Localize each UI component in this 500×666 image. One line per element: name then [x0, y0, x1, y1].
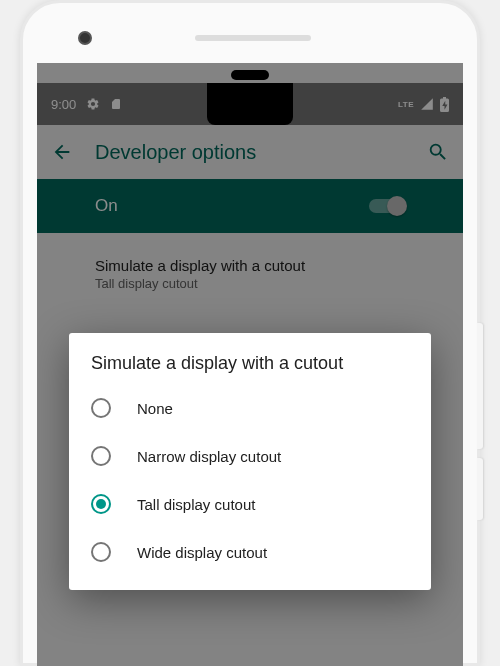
- battery-icon: [440, 97, 449, 112]
- signal-icon: [420, 97, 434, 111]
- power-button: [477, 458, 483, 520]
- radio-option-wide[interactable]: Wide display cutout: [69, 528, 431, 576]
- dialog-title: Simulate a display with a cutout: [69, 353, 431, 384]
- page-title: Developer options: [95, 141, 256, 164]
- app-bar: Developer options: [37, 125, 463, 179]
- pref-flash[interactable]: Flash hardware layers green when they up…: [37, 657, 463, 666]
- pref-cutout-summary: Tall display cutout: [95, 276, 445, 291]
- status-time: 9:00: [51, 97, 76, 112]
- radio-option-none[interactable]: None: [69, 384, 431, 432]
- phone-speaker: [195, 35, 311, 41]
- radio-label: None: [137, 400, 173, 417]
- master-switch[interactable]: [369, 197, 405, 215]
- back-icon[interactable]: [51, 141, 73, 163]
- radio-option-tall[interactable]: Tall display cutout: [69, 480, 431, 528]
- phone-camera: [78, 31, 92, 45]
- phone-frame: 9:00 LTE Develo: [20, 0, 480, 666]
- radio-icon: [91, 446, 111, 466]
- earpiece-pill: [231, 70, 269, 80]
- pref-cutout-title: Simulate a display with a cutout: [95, 257, 445, 274]
- display-cutout: [207, 83, 293, 125]
- radio-label: Narrow display cutout: [137, 448, 281, 465]
- radio-option-narrow[interactable]: Narrow display cutout: [69, 432, 431, 480]
- master-toggle-row[interactable]: On: [37, 179, 463, 233]
- gear-icon: [86, 97, 100, 111]
- search-icon[interactable]: [427, 141, 449, 163]
- network-label: LTE: [398, 100, 414, 109]
- radio-icon: [91, 542, 111, 562]
- radio-label: Tall display cutout: [137, 496, 255, 513]
- radio-label: Wide display cutout: [137, 544, 267, 561]
- screen: 9:00 LTE Develo: [37, 63, 463, 666]
- sd-card-icon: [110, 97, 122, 111]
- cutout-dialog: Simulate a display with a cutout None Na…: [69, 333, 431, 590]
- pref-cutout[interactable]: Simulate a display with a cutout Tall di…: [37, 243, 463, 305]
- volume-button: [477, 323, 483, 449]
- radio-icon: [91, 494, 111, 514]
- radio-icon: [91, 398, 111, 418]
- master-toggle-label: On: [95, 196, 118, 216]
